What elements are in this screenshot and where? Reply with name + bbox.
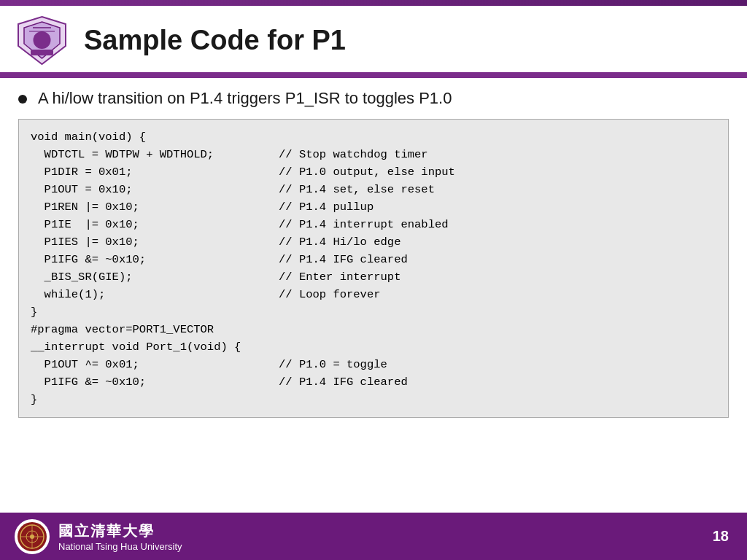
code-stmt-13: __interrupt void Port_1(void) { (31, 338, 241, 356)
code-line-11: } (31, 303, 716, 321)
code-stmt-14: P1OUT ^= 0x01; (31, 356, 279, 373)
code-stmt-5: P1REN |= 0x10; (31, 198, 279, 216)
code-line-7: P1IES |= 0x10; // P1.4 Hi/lo edge (31, 233, 716, 251)
code-line-8: P1IFG &= ~0x10; // P1.4 IFG cleared (31, 251, 716, 268)
page-title: Sample Code for P1 (84, 26, 346, 56)
code-comment-10: // Loop forever (279, 286, 381, 303)
code-line-1: void main(void) { (31, 128, 716, 146)
code-stmt-7: P1IES |= 0x10; (31, 233, 279, 251)
code-stmt-4: P1OUT = 0x10; (31, 181, 279, 198)
code-comment-9: // Enter interrupt (279, 268, 400, 286)
svg-point-2 (34, 31, 51, 49)
footer-seal-svg (17, 521, 47, 552)
code-line-16: } (31, 391, 716, 408)
code-stmt-9: _BIS_SR(GIE); (31, 268, 279, 286)
code-stmt-10: while(1); (31, 286, 279, 303)
svg-rect-5 (31, 50, 53, 55)
code-stmt-3: P1DIR = 0x01; (31, 163, 279, 181)
code-comment-3: // P1.0 output, else input (279, 163, 455, 181)
code-line-9: _BIS_SR(GIE); // Enter interrupt (31, 268, 716, 286)
code-line-15: P1IFG &= ~0x10; // P1.4 IFG cleared (31, 373, 716, 391)
code-comment-2: // Stop watchdog timer (279, 146, 428, 163)
code-stmt-11: } (31, 303, 37, 321)
code-comment-14: // P1.0 = toggle (279, 356, 387, 373)
bullet-dot (18, 95, 27, 104)
code-stmt-2: WDTCTL = WDTPW + WDTHOLD; (31, 146, 279, 163)
code-comment-8: // P1.4 IFG cleared (279, 251, 408, 268)
footer-english-name: National Tsing Hua University (58, 541, 182, 552)
code-line-13: __interrupt void Port_1(void) { (31, 338, 716, 356)
code-comment-6: // P1.4 interrupt enabled (279, 216, 449, 233)
code-line-5: P1REN |= 0x10; // P1.4 pullup (31, 198, 716, 216)
code-stmt-16: } (31, 391, 37, 408)
code-line-3: P1DIR = 0x01; // P1.0 output, else input (31, 163, 716, 181)
top-accent-bar (0, 0, 747, 6)
footer-seal (15, 519, 50, 554)
code-stmt-12: #pragma vector=PORT1_VECTOR (31, 321, 214, 338)
code-stmt-8: P1IFG &= ~0x10; (31, 251, 279, 268)
code-comment-5: // P1.4 pullup (279, 198, 374, 216)
footer-chinese-name: 國立清華大學 (58, 521, 182, 541)
logo-svg (15, 13, 69, 68)
code-comment-7: // P1.4 Hi/lo edge (279, 233, 400, 251)
code-line-10: while(1); // Loop forever (31, 286, 716, 303)
svg-point-11 (30, 534, 34, 539)
code-comment-15: // P1.4 IFG cleared (279, 373, 408, 391)
footer-university-name: 國立清華大學 National Tsing Hua University (58, 521, 182, 552)
footer: 國立清華大學 National Tsing Hua University 18 (0, 513, 747, 560)
code-stmt-15: P1IFG &= ~0x10; (31, 373, 279, 391)
code-line-14: P1OUT ^= 0x01; // P1.0 = toggle (31, 356, 716, 373)
code-stmt-1: void main(void) { (31, 128, 146, 146)
bullet-text: A hi/low transition on P1.4 triggers P1_… (38, 89, 452, 108)
university-logo (15, 13, 73, 68)
code-line-2: WDTCTL = WDTPW + WDTHOLD; // Stop watchd… (31, 146, 716, 163)
code-line-12: #pragma vector=PORT1_VECTOR (31, 321, 716, 338)
main-content: A hi/low transition on P1.4 triggers P1_… (0, 78, 747, 432)
code-block: void main(void) { WDTCTL = WDTPW + WDTHO… (18, 119, 729, 418)
code-comment-4: // P1.4 set, else reset (279, 181, 435, 198)
code-line-4: P1OUT = 0x10; // P1.4 set, else reset (31, 181, 716, 198)
code-stmt-6: P1IE |= 0x10; (31, 216, 279, 233)
code-line-6: P1IE |= 0x10; // P1.4 interrupt enabled (31, 216, 716, 233)
footer-page-number: 18 (713, 528, 729, 545)
header: Sample Code for P1 (0, 6, 747, 75)
bullet-section: A hi/low transition on P1.4 triggers P1_… (18, 89, 729, 108)
